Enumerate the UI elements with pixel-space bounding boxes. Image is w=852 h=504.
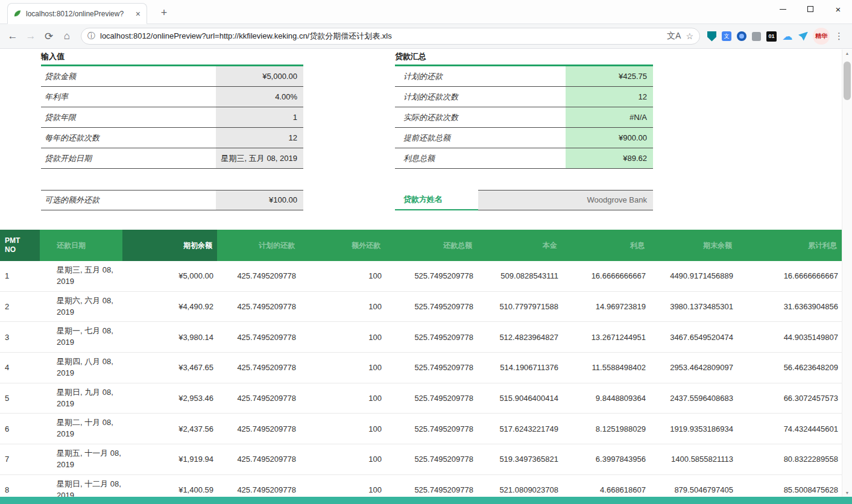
scrollbar-thumb[interactable] (844, 61, 851, 100)
cell[interactable]: 8.1251988029 (562, 421, 649, 437)
cell[interactable]: 44.9035149807 (737, 329, 842, 345)
cell[interactable]: 425.7495209778 (217, 268, 300, 284)
reload-button[interactable]: ⟳ (40, 27, 58, 45)
cell[interactable]: 6 (0, 421, 40, 437)
cell[interactable]: 16.6666666667 (737, 268, 842, 284)
row-value[interactable]: 1 (216, 107, 303, 127)
cell[interactable]: 14.969723819 (562, 298, 649, 315)
cell[interactable]: 56.4623648209 (737, 359, 842, 376)
minimize-button[interactable] (769, 0, 797, 18)
cell[interactable]: 星期六, 六月 08, 2019 (40, 292, 122, 322)
cell[interactable]: ¥3,467.65 (122, 359, 217, 376)
cell[interactable]: 100 (300, 298, 385, 315)
cell[interactable]: 515.9046400414 (477, 390, 562, 406)
cell[interactable]: 525.7495209778 (385, 421, 477, 437)
row-value[interactable]: ¥100.00 (216, 191, 303, 210)
cell[interactable]: 519.3497365821 (477, 451, 562, 467)
url-text[interactable]: localhost:8012/onlinePreview?url=http://… (100, 31, 662, 42)
cell[interactable]: 525.7495209778 (385, 359, 477, 376)
cell[interactable]: ¥1,400.59 (122, 482, 217, 497)
cell[interactable]: 425.7495209778 (217, 359, 300, 376)
generic-extension-icon[interactable] (752, 32, 761, 41)
cell[interactable]: 星期五, 十一月 08, 2019 (40, 444, 122, 474)
row-value[interactable]: 12 (216, 128, 303, 148)
lender-value[interactable]: Woodgrove Bank (478, 190, 653, 210)
cell[interactable]: 100 (300, 451, 385, 467)
cell[interactable]: 425.7495209778 (217, 421, 300, 437)
browser-circle-extension-icon[interactable] (737, 31, 746, 41)
cell[interactable]: 100 (300, 390, 385, 406)
new-tab-button[interactable]: + (156, 4, 172, 21)
back-button[interactable]: ← (4, 27, 22, 45)
cell[interactable]: ¥4,490.92 (122, 298, 217, 315)
maximize-button[interactable] (797, 0, 824, 18)
cell[interactable]: 1 (0, 268, 40, 284)
row-value[interactable]: 12 (566, 87, 653, 107)
cell[interactable]: 13.2671244951 (562, 329, 649, 345)
row-value[interactable]: 星期三, 五月 08, 2019 (216, 148, 303, 168)
cell[interactable]: ¥1,919.94 (122, 451, 217, 467)
row-value[interactable]: ¥900.00 (566, 128, 653, 148)
cell[interactable]: ¥2,953.46 (122, 390, 217, 406)
cell[interactable]: 510.7797971588 (477, 298, 562, 315)
cell[interactable]: 1400.5855821113 (649, 451, 737, 467)
cell[interactable]: 514.1906711376 (477, 359, 562, 376)
browser-tab[interactable]: localhost:8012/onlinePreview? × (7, 3, 147, 24)
cell[interactable]: 5 (0, 390, 40, 406)
cell[interactable]: 3467.6549520474 (649, 329, 737, 345)
cell[interactable]: 3980.1373485301 (649, 298, 737, 315)
row-value[interactable]: ¥425.75 (566, 66, 653, 86)
cell[interactable]: 521.0809023708 (477, 482, 562, 497)
cell[interactable]: 74.4324445601 (737, 421, 842, 437)
cell[interactable]: ¥5,000.00 (122, 268, 217, 284)
bookmark-star-icon[interactable]: ☆ (686, 31, 693, 41)
forward-button[interactable]: → (22, 27, 40, 45)
badge-extension-icon[interactable]: 01 (766, 31, 777, 42)
cell[interactable]: 100 (300, 421, 385, 437)
cell[interactable]: 7 (0, 451, 40, 467)
cell[interactable]: 425.7495209778 (217, 390, 300, 406)
cell[interactable]: 525.7495209778 (385, 451, 477, 467)
address-bar[interactable]: ⓘ localhost:8012/onlinePreview?url=http:… (81, 28, 700, 45)
cell[interactable]: 8 (0, 482, 40, 497)
cell[interactable]: 3 (0, 329, 40, 345)
row-value[interactable]: 4.00% (216, 87, 303, 107)
cell[interactable]: 4490.9171456889 (649, 268, 737, 284)
cloud-extension-icon[interactable]: ☁ (782, 31, 793, 42)
cell[interactable]: 425.7495209778 (217, 482, 300, 497)
cell[interactable]: 星期四, 八月 08, 2019 (40, 353, 122, 383)
cell[interactable]: 100 (300, 329, 385, 345)
row-value[interactable]: ¥89.62 (566, 148, 653, 168)
cell[interactable]: 6.3997843956 (562, 451, 649, 467)
page-info-icon[interactable]: ⓘ (87, 31, 95, 42)
bird-extension-icon[interactable] (798, 32, 808, 41)
cell[interactable]: 2437.5596408683 (649, 390, 737, 406)
cell[interactable]: 512.4823964827 (477, 329, 562, 345)
cell[interactable]: 425.7495209778 (217, 451, 300, 467)
cell[interactable]: 100 (300, 268, 385, 284)
cell[interactable]: 2 (0, 298, 40, 315)
translate-extension-icon[interactable]: 文 (722, 31, 731, 41)
close-button[interactable]: × (824, 0, 852, 18)
cell[interactable]: 80.8322289558 (737, 451, 842, 467)
cell[interactable]: 星期三, 五月 08, 2019 (40, 261, 122, 291)
cell[interactable]: 525.7495209778 (385, 329, 477, 345)
cell[interactable]: 4.668618607 (562, 482, 649, 497)
cell[interactable]: 9.8448809364 (562, 390, 649, 406)
cell[interactable]: 879.5046797405 (649, 482, 737, 497)
cell[interactable]: 425.7495209778 (217, 298, 300, 315)
cell[interactable]: 2953.4642809097 (649, 359, 737, 376)
cell[interactable]: 100 (300, 359, 385, 376)
cell[interactable]: ¥2,437.56 (122, 421, 217, 437)
home-button[interactable]: ⌂ (58, 27, 76, 45)
cell[interactable]: 66.3072457573 (737, 390, 842, 406)
cell[interactable]: 100 (300, 482, 385, 497)
scroll-down-icon[interactable]: ▼ (842, 491, 852, 495)
translate-page-icon[interactable]: 文A (667, 31, 681, 42)
row-value[interactable]: ¥5,000.00 (216, 66, 303, 86)
cell[interactable]: 525.7495209778 (385, 390, 477, 406)
cell[interactable]: 525.7495209778 (385, 482, 477, 497)
cell[interactable]: 85.5008475628 (737, 482, 842, 497)
cell[interactable]: 星期一, 七月 08, 2019 (40, 322, 122, 352)
tab-close-icon[interactable]: × (134, 9, 142, 19)
